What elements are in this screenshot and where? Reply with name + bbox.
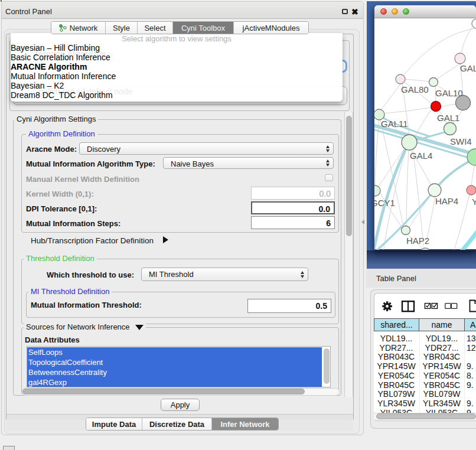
svg-text:GAL7: GAL7 — [460, 63, 476, 73]
svg-text:GAL11: GAL11 — [381, 119, 408, 129]
svg-text:SWI4: SWI4 — [450, 136, 472, 146]
svg-text:HAP4: HAP4 — [435, 196, 458, 206]
svg-text:GAL4: GAL4 — [410, 151, 432, 161]
svg-text:Y: Y — [472, 197, 476, 207]
svg-text:HAP2: HAP2 — [406, 236, 429, 246]
svg-text:GAL1: GAL1 — [437, 113, 459, 123]
svg-text:GAL80: GAL80 — [401, 84, 429, 94]
svg-text:GAL10: GAL10 — [435, 88, 463, 98]
svg-text:GCY1: GCY1 — [374, 198, 395, 208]
